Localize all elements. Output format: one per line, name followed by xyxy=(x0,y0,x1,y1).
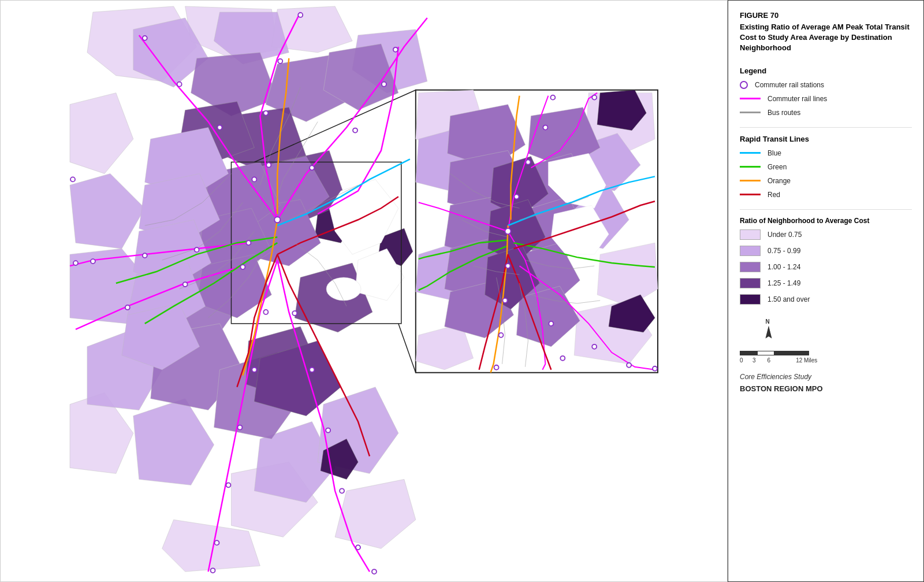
ratio-5-label: 1.50 and over xyxy=(767,295,810,303)
svg-point-99 xyxy=(252,368,256,372)
svg-point-84 xyxy=(263,111,268,116)
blue-symbol xyxy=(740,152,761,154)
svg-point-102 xyxy=(215,540,219,545)
legend-item-ratio-4: 1.25 - 1.49 xyxy=(740,278,912,288)
svg-text:N: N xyxy=(766,318,770,325)
svg-point-47 xyxy=(326,277,361,301)
rapid-transit-title: Rapid Transit Lines xyxy=(740,135,912,143)
rail-label: Commuter rail lines xyxy=(767,95,827,103)
legend-item-green: Green xyxy=(740,163,912,171)
map-svg xyxy=(1,1,727,581)
scale-bar: 0 3 6 12 Miles xyxy=(740,351,912,364)
divider-2 xyxy=(740,209,912,210)
svg-point-106 xyxy=(326,428,330,433)
svg-point-105 xyxy=(310,368,314,372)
legend-item-orange: Orange xyxy=(740,177,912,185)
blue-label: Blue xyxy=(767,149,781,157)
svg-point-117 xyxy=(506,264,511,268)
svg-point-98 xyxy=(263,310,268,314)
svg-point-80 xyxy=(218,125,222,130)
svg-point-88 xyxy=(353,128,357,133)
scale-label-6: 6 xyxy=(767,357,771,364)
legend-item-ratio-1: Under 0.75 xyxy=(740,229,912,240)
ratio-1-box xyxy=(740,229,761,240)
svg-point-121 xyxy=(549,321,553,326)
station-label: Commuter rail stations xyxy=(755,81,824,89)
map-area xyxy=(0,0,728,582)
svg-marker-129 xyxy=(766,325,772,338)
svg-point-111 xyxy=(73,261,78,265)
svg-point-115 xyxy=(543,125,547,130)
svg-point-89 xyxy=(382,82,386,87)
svg-point-123 xyxy=(592,344,597,349)
ratio-2-label: 0.75 - 0.99 xyxy=(767,247,800,255)
divider-1 xyxy=(740,127,912,128)
north-arrow: N xyxy=(757,318,912,347)
ratio-4-symbol xyxy=(740,278,761,288)
orange-symbol xyxy=(740,180,761,181)
red-symbol xyxy=(740,194,761,195)
svg-point-126 xyxy=(592,95,597,100)
svg-point-101 xyxy=(226,483,230,487)
svg-point-78 xyxy=(274,217,280,223)
ratio-1-label: Under 0.75 xyxy=(767,231,802,239)
ratio-3-box xyxy=(740,262,761,272)
svg-point-116 xyxy=(550,95,555,100)
svg-point-96 xyxy=(183,282,188,287)
ratio-5-symbol xyxy=(740,294,761,305)
red-label: Red xyxy=(767,191,780,199)
svg-point-92 xyxy=(195,247,199,252)
scale-label-12: 12 Miles xyxy=(796,357,817,364)
svg-point-103 xyxy=(211,568,215,573)
ratio-3-label: 1.00 - 1.24 xyxy=(767,263,800,271)
rail-line xyxy=(740,98,761,99)
ratio-1-symbol xyxy=(740,229,761,240)
svg-point-119 xyxy=(499,333,504,338)
svg-point-104 xyxy=(292,311,297,316)
bus-symbol xyxy=(740,112,761,113)
svg-point-108 xyxy=(356,545,360,550)
svg-point-90 xyxy=(393,47,398,52)
legend-item-red: Red xyxy=(740,191,912,199)
legend-item-ratio-2: 0.75 - 0.99 xyxy=(740,246,912,256)
rail-symbol xyxy=(740,98,761,99)
svg-point-94 xyxy=(91,259,95,264)
scale-seg-1 xyxy=(740,351,757,355)
svg-point-110 xyxy=(70,177,75,181)
legend-item-bus: Bus routes xyxy=(740,109,912,117)
ratio-2-symbol xyxy=(740,246,761,256)
svg-point-91 xyxy=(246,240,251,245)
ratio-3-symbol xyxy=(740,262,761,272)
legend-item-ratio-3: 1.00 - 1.24 xyxy=(740,262,912,272)
green-label: Green xyxy=(767,163,787,171)
svg-point-122 xyxy=(560,356,565,361)
scale-label-3: 3 xyxy=(752,357,756,364)
svg-point-107 xyxy=(340,488,344,493)
scale-labels: 0 3 6 12 Miles xyxy=(740,357,912,364)
station-dot xyxy=(740,81,748,89)
orange-label: Orange xyxy=(767,177,791,185)
scale-seg-2 xyxy=(757,351,774,355)
orange-line-swatch xyxy=(740,180,761,181)
ratio-4-label: 1.25 - 1.49 xyxy=(767,279,800,287)
svg-point-86 xyxy=(298,13,303,17)
scale-seg-3 xyxy=(774,351,809,355)
svg-point-95 xyxy=(240,265,245,269)
svg-point-118 xyxy=(503,298,508,303)
svg-point-82 xyxy=(143,36,147,40)
green-line-swatch xyxy=(740,166,761,168)
svg-point-120 xyxy=(494,365,499,370)
ratio-4-box xyxy=(740,278,761,288)
ratio-title: Ratio of Neighborhood to Average Cost xyxy=(740,217,912,225)
legend-title: Legend xyxy=(740,66,912,75)
svg-point-113 xyxy=(514,194,519,199)
svg-point-85 xyxy=(278,59,282,64)
svg-point-81 xyxy=(177,82,182,87)
svg-point-109 xyxy=(372,569,377,574)
green-symbol xyxy=(740,166,761,168)
svg-point-124 xyxy=(627,363,631,368)
svg-point-83 xyxy=(266,162,271,167)
scale-bar-track xyxy=(740,351,912,355)
footer-italic: Core Efficiencies Study xyxy=(740,373,912,381)
svg-point-93 xyxy=(143,253,147,258)
